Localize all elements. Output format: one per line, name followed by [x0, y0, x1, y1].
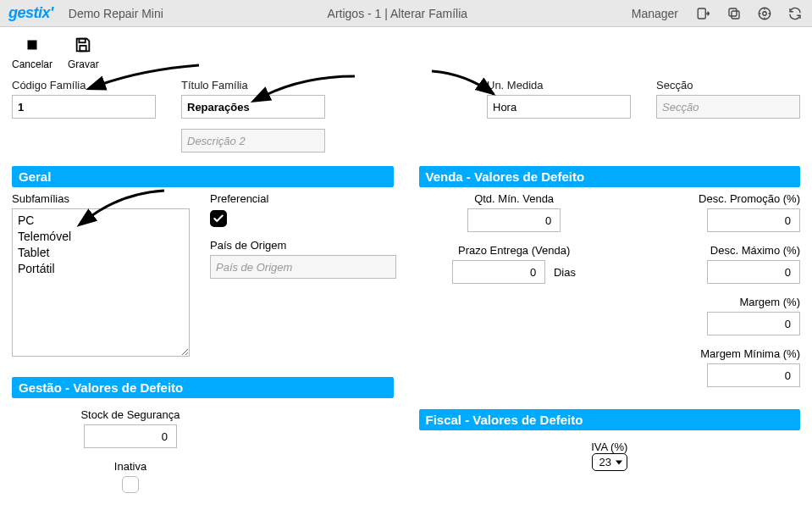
header-tools: Manager — [632, 5, 804, 22]
svg-rect-7 — [80, 46, 86, 51]
stock-input[interactable] — [84, 424, 177, 448]
pais-block: País de Origem — [210, 239, 396, 279]
list-item[interactable]: Telemóvel — [18, 229, 184, 245]
titulo-field: Título Família — [181, 79, 325, 152]
un-medida-label: Un. Medida — [487, 79, 631, 91]
subfam-list[interactable]: PC Telemóvel Tablet Portátil — [12, 208, 190, 357]
logout-icon[interactable] — [695, 5, 712, 22]
preferencial-label: Preferencial — [210, 192, 396, 205]
qtd-input[interactable] — [467, 208, 561, 232]
svg-rect-5 — [28, 41, 37, 50]
logo: gestix' — [8, 4, 53, 22]
preferencial-checkbox[interactable] — [210, 210, 227, 227]
svg-rect-1 — [732, 11, 739, 19]
gestao-header: Gestão - Valores de Defeito — [12, 377, 394, 398]
list-item[interactable]: Portátil — [18, 261, 184, 277]
iva-block: IVA (%) 23 — [419, 435, 801, 471]
pais-label: País de Origem — [210, 239, 396, 252]
prazo-input[interactable] — [452, 260, 545, 284]
desc-promo-label: Desc. Promoção (%) — [699, 192, 800, 205]
prazo-block: Prazo Entrega (Venda) Dias — [419, 244, 610, 284]
save-label: Gravar — [68, 58, 99, 70]
left-column: Geral Subfamílias PC Telemóvel Tablet Po… — [12, 166, 394, 507]
inativa-block: Inativa — [63, 460, 198, 496]
qtd-label: Qtd. Mín. Venda — [474, 192, 554, 205]
desc2-input[interactable] — [181, 129, 325, 152]
margem-min-input[interactable] — [707, 363, 800, 387]
top-bar: gestix' Demo Repair Mini Artigos - 1 | A… — [0, 0, 812, 27]
help-icon[interactable] — [756, 5, 773, 22]
margem-min-block: Margem Mínima (%) — [610, 347, 800, 387]
seccao-label: Secção — [656, 79, 800, 91]
un-medida-input[interactable] — [487, 95, 631, 119]
margem-label: Margem (%) — [739, 296, 800, 308]
user-name[interactable]: Manager — [632, 7, 678, 20]
action-toolbar: Cancelar Gravar — [0, 27, 812, 75]
geral-header: Geral — [12, 166, 394, 187]
cancel-label: Cancelar — [12, 58, 52, 70]
save-icon — [68, 36, 99, 57]
inativa-checkbox[interactable] — [122, 476, 139, 493]
refresh-icon[interactable] — [787, 5, 804, 22]
prazo-label: Prazo Entrega (Venda) — [458, 244, 570, 257]
svg-rect-6 — [80, 39, 86, 43]
margem-min-label: Margem Mínima (%) — [700, 347, 800, 360]
titulo-label: Título Família — [181, 79, 325, 91]
subfam-label: Subfamílias — [12, 192, 190, 205]
stop-icon — [12, 36, 52, 57]
seccao-field: Secção — [656, 79, 800, 119]
prazo-suffix: Dias — [554, 266, 576, 279]
iva-label: IVA (%) — [419, 441, 801, 453]
desc-max-block: Desc. Máximo (%) — [610, 244, 800, 284]
stock-block: Stock de Segurança — [63, 408, 198, 448]
un-medida-field: Un. Medida — [487, 79, 631, 119]
codigo-label: Código Família — [12, 79, 156, 91]
stock-label: Stock de Segurança — [63, 408, 198, 421]
inativa-label: Inativa — [63, 460, 198, 473]
desc-promo-input[interactable] — [707, 208, 800, 232]
list-item[interactable]: Tablet — [18, 245, 184, 261]
titulo-input[interactable] — [181, 95, 325, 119]
form-area: Código Família Título Família Un. Medida — [0, 75, 812, 521]
copy-icon[interactable] — [726, 5, 743, 22]
save-button[interactable]: Gravar — [68, 36, 99, 70]
cancel-button[interactable]: Cancelar — [12, 36, 52, 70]
list-item[interactable]: PC — [18, 213, 184, 229]
qtd-block: Qtd. Mín. Venda — [419, 192, 610, 232]
codigo-input[interactable] — [12, 95, 156, 119]
desc-max-input[interactable] — [707, 260, 800, 284]
iva-select[interactable]: 23 — [592, 453, 627, 471]
desc-max-label: Desc. Máximo (%) — [710, 244, 800, 257]
svg-point-4 — [763, 11, 767, 15]
subfam-block: Subfamílias PC Telemóvel Tablet Portátil — [12, 192, 190, 357]
iva-value: 23 — [592, 453, 627, 471]
codigo-field: Código Família — [12, 79, 156, 119]
demo-title: Demo Repair Mini — [69, 7, 163, 20]
svg-rect-0 — [698, 8, 705, 19]
pais-input[interactable] — [210, 255, 396, 279]
margem-block: Margem (%) — [610, 296, 800, 335]
desc-promo-block: Desc. Promoção (%) — [610, 192, 800, 232]
seccao-input[interactable] — [656, 95, 800, 119]
preferencial-block: Preferencial — [210, 192, 396, 227]
margem-input[interactable] — [707, 312, 800, 335]
fiscal-header: Fiscal - Valores de Defeito — [419, 409, 801, 430]
right-column: Venda - Valores de Defeito Qtd. Mín. Ven… — [419, 166, 801, 507]
svg-rect-2 — [729, 8, 737, 16]
venda-header: Venda - Valores de Defeito — [419, 166, 801, 187]
breadcrumb: Artigos - 1 | Alterar Família — [328, 7, 467, 20]
